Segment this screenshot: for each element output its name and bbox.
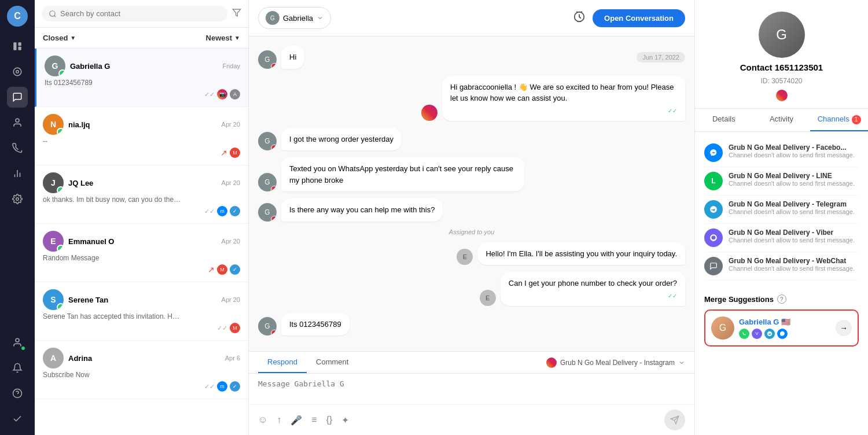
svg-point-5 xyxy=(16,119,19,122)
merge-suggestions-section: Merge Suggestions ? G Gabriella G 🇺🇸 V xyxy=(695,287,868,353)
list-item[interactable]: G Gabriella G Friday Its 0123456789 ✓✓ 📷… xyxy=(35,49,248,107)
nav-icon-reports[interactable] xyxy=(7,163,28,184)
sort-chevron-icon: ▼ xyxy=(234,35,240,41)
sidebar-filters: Closed ▼ Newest ▼ xyxy=(35,28,248,49)
filter-icon[interactable] xyxy=(232,8,241,20)
merge-action-button[interactable]: → xyxy=(836,320,852,336)
conv-time: Apr 6 xyxy=(225,355,240,362)
list-item[interactable]: S Serene Tan Apr 20 Serene Tan has accep… xyxy=(35,282,248,341)
conversation-list: G Gabriella G Friday Its 0123456789 ✓✓ 📷… xyxy=(35,49,248,435)
check-icon: ✓ xyxy=(230,206,240,216)
sort-filter-label: Newest xyxy=(206,34,233,42)
message-bubble: Its 0123456789 xyxy=(281,313,350,336)
messenger-icon xyxy=(777,329,788,339)
message-row: G Hi Jun 17, 2022 xyxy=(258,46,685,69)
line-channel-icon: L xyxy=(704,172,723,190)
ai-icon[interactable]: ✦ xyxy=(341,415,349,426)
conv-name: Emmanuel O xyxy=(68,237,217,246)
svg-point-9 xyxy=(16,198,19,201)
conv-name: Gabriella G xyxy=(70,62,218,71)
conv-time: Apr 20 xyxy=(222,121,240,128)
list-item[interactable]: A Adrina Apr 6 Subscribe Now ✓✓ m ✓ xyxy=(35,341,248,399)
online-badge xyxy=(57,303,64,310)
message-input-area[interactable] xyxy=(249,374,694,404)
nav-icon-chat[interactable] xyxy=(7,87,28,108)
gmail-channel-icon: M xyxy=(230,148,240,158)
channel-name: Grub N Go Meal Delivery - Facebo... xyxy=(729,143,859,152)
nav-icon-dashboard[interactable] xyxy=(7,61,28,82)
channel-selector[interactable]: Grub N Go Meal Delivery - Instagram xyxy=(546,352,685,373)
chat-footer: Respond Comment Grub N Go Meal Delivery … xyxy=(249,351,694,435)
closed-chevron-icon: ▼ xyxy=(70,35,76,41)
redirect-icon: ↗ xyxy=(220,148,227,157)
check-icon: ✓ xyxy=(230,381,240,392)
avatar: S xyxy=(43,289,64,310)
list-item[interactable]: J JQ Lee Apr 20 ok thanks. Im bit busy n… xyxy=(35,165,248,224)
online-badge xyxy=(58,69,65,76)
agent-selector[interactable]: G Gabriella xyxy=(258,7,331,29)
conv-time: Friday xyxy=(222,62,240,69)
svg-point-4 xyxy=(16,71,19,73)
conv-preview: ok thanks. Im bit busy now, can you do t… xyxy=(43,196,182,204)
avatar: N xyxy=(43,114,64,135)
nav-icon-checkmark[interactable] xyxy=(7,408,28,429)
search-box[interactable] xyxy=(42,6,227,21)
nav-icon-notifications[interactable] xyxy=(7,357,28,378)
contact-name: Contact 1651123501 xyxy=(740,62,823,72)
sort-filter[interactable]: Newest ▼ xyxy=(206,34,240,42)
nav-icon-sidebar[interactable] xyxy=(7,36,28,57)
svg-marker-15 xyxy=(233,9,240,16)
conv-preview: Its 0123456789 xyxy=(45,79,183,87)
messenger-channel-icon: m xyxy=(217,206,227,216)
whatsapp-icon xyxy=(739,329,749,339)
list-item[interactable]: E Emmanuel O Apr 20 Random Message ↗ M ✓ xyxy=(35,224,248,282)
search-input[interactable] xyxy=(60,9,220,18)
nav-icon-help[interactable] xyxy=(7,383,28,404)
nav-icon-contacts[interactable] xyxy=(7,112,28,133)
read-icon: ✓✓ xyxy=(204,208,215,215)
viber-icon: V xyxy=(752,329,762,339)
send-button[interactable] xyxy=(664,410,685,430)
instagram-badge xyxy=(271,63,277,69)
conversation-sidebar: Closed ▼ Newest ▼ G Gabriella G Friday I… xyxy=(35,0,249,435)
merge-card[interactable]: G Gabriella G 🇺🇸 V xyxy=(704,309,859,346)
upload-icon[interactable]: ↑ xyxy=(277,415,281,425)
chevron-down-icon xyxy=(317,14,323,21)
microphone-icon[interactable]: 🎤 xyxy=(290,415,302,426)
emoji-icon[interactable]: ☺ xyxy=(258,415,267,425)
variable-icon[interactable]: {} xyxy=(326,415,333,425)
closed-filter[interactable]: Closed ▼ xyxy=(43,34,76,42)
tab-activity[interactable]: Activity xyxy=(753,109,811,131)
contact-instagram-icon xyxy=(776,90,788,101)
conv-name: nia.ljq xyxy=(68,120,217,129)
message-input[interactable] xyxy=(258,379,685,397)
telegram-icon xyxy=(764,329,775,339)
svg-rect-0 xyxy=(13,42,16,50)
footer-action-bar: ☺ ↑ 🎤 ≡ {} ✦ xyxy=(249,404,694,435)
template-icon[interactable]: ≡ xyxy=(311,415,317,425)
nav-icon-agent[interactable] xyxy=(7,332,28,353)
message-bubble: Texted you on WhatsApp yesterday but i c… xyxy=(281,157,524,191)
tab-details[interactable]: Details xyxy=(695,109,753,131)
agent-avatar-right: E xyxy=(457,249,473,265)
timer-icon[interactable] xyxy=(573,10,586,26)
check-icon: ✓ xyxy=(230,264,240,275)
open-conversation-button[interactable]: Open Conversation xyxy=(593,9,685,27)
agent-channel-icon xyxy=(421,105,437,121)
merge-help-icon[interactable]: ? xyxy=(777,294,786,304)
messages-area: G Hi Jun 17, 2022 Hi gabraccooniella ! 👋… xyxy=(249,36,694,351)
message-row: Hi gabraccooniella ! 👋 We are so excited… xyxy=(258,76,685,121)
nav-icon-broadcast[interactable] xyxy=(7,138,28,158)
tab-comment[interactable]: Comment xyxy=(307,352,358,373)
message-text: Hi gabraccooniella ! 👋 We are so excited… xyxy=(450,83,674,103)
message-bubble: I got the wrong order yesterday xyxy=(281,128,402,151)
list-item[interactable]: N nia.ljq Apr 20 -- ↗ M xyxy=(35,107,248,165)
online-badge xyxy=(57,245,64,252)
avatar: J xyxy=(43,172,64,193)
tab-respond[interactable]: Respond xyxy=(258,352,307,373)
tab-channels[interactable]: Channels1 xyxy=(810,109,868,131)
conv-preview: Serene Tan has accepted this invitation.… xyxy=(43,312,182,320)
nav-icon-settings[interactable] xyxy=(7,189,28,209)
conv-time: Apr 20 xyxy=(222,238,240,245)
nav-avatar[interactable]: C xyxy=(7,6,28,27)
